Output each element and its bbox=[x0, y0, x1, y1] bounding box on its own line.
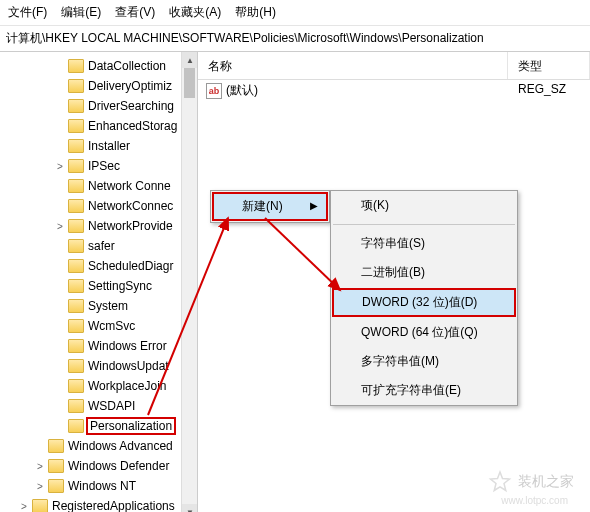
watermark: 装机之家 bbox=[488, 470, 574, 494]
tree-node[interactable]: EnhancedStorag bbox=[4, 116, 197, 136]
tree-node[interactable]: WindowsUpdat bbox=[4, 356, 197, 376]
value-type: REG_SZ bbox=[508, 82, 590, 99]
menu-new[interactable]: 新建(N)▶ bbox=[212, 192, 328, 221]
tree-node[interactable]: NetworkConnec bbox=[4, 196, 197, 216]
tree-label: Windows Advanced bbox=[66, 439, 175, 453]
tree-label: NetworkConnec bbox=[86, 199, 175, 213]
tree-node[interactable]: DeliveryOptimiz bbox=[4, 76, 197, 96]
expand-icon[interactable]: > bbox=[54, 221, 66, 232]
menu-new-string[interactable]: 字符串值(S) bbox=[331, 229, 517, 258]
tree-node[interactable]: Windows Advanced bbox=[4, 436, 197, 456]
tree-label: IPSec bbox=[86, 159, 122, 173]
col-name[interactable]: 名称 bbox=[198, 52, 508, 79]
tree-node[interactable]: >RegisteredApplications bbox=[4, 496, 197, 512]
tree-node[interactable]: SettingSync bbox=[4, 276, 197, 296]
value-name: (默认) bbox=[226, 82, 258, 99]
scroll-thumb[interactable] bbox=[184, 68, 195, 98]
tree-label: WindowsUpdat bbox=[86, 359, 171, 373]
folder-icon bbox=[68, 219, 84, 233]
tree-node[interactable]: ScheduledDiagr bbox=[4, 256, 197, 276]
folder-icon bbox=[68, 319, 84, 333]
context-menu-new: 项(K) 字符串值(S) 二进制值(B) DWORD (32 位)值(D) QW… bbox=[330, 190, 518, 406]
submenu-arrow-icon: ▶ bbox=[310, 200, 318, 211]
folder-icon bbox=[68, 119, 84, 133]
folder-icon bbox=[68, 179, 84, 193]
menu-new-binary[interactable]: 二进制值(B) bbox=[331, 258, 517, 287]
tree-label: WcmSvc bbox=[86, 319, 137, 333]
tree-node[interactable]: WorkplaceJoin bbox=[4, 376, 197, 396]
tree-label: WSDAPI bbox=[86, 399, 137, 413]
folder-icon bbox=[48, 439, 64, 453]
tree-label: Personalization bbox=[86, 417, 176, 435]
context-menu-empty: 新建(N)▶ bbox=[210, 190, 330, 223]
tree-scrollbar[interactable]: ▲ ▼ bbox=[181, 52, 197, 512]
tree-node[interactable]: System bbox=[4, 296, 197, 316]
menu-edit[interactable]: 编辑(E) bbox=[61, 4, 101, 21]
tree-label: WorkplaceJoin bbox=[86, 379, 168, 393]
tree-label: DeliveryOptimiz bbox=[86, 79, 174, 93]
tree-node[interactable]: Network Conne bbox=[4, 176, 197, 196]
menu-view[interactable]: 查看(V) bbox=[115, 4, 155, 21]
folder-icon bbox=[68, 159, 84, 173]
tree-label: ScheduledDiagr bbox=[86, 259, 175, 273]
folder-icon bbox=[68, 259, 84, 273]
folder-icon bbox=[68, 379, 84, 393]
tree-node[interactable]: Installer bbox=[4, 136, 197, 156]
tree-node[interactable]: >Windows Defender bbox=[4, 456, 197, 476]
menu-new-expandstring[interactable]: 可扩充字符串值(E) bbox=[331, 376, 517, 405]
tree-label: Windows Error bbox=[86, 339, 169, 353]
expand-icon[interactable]: > bbox=[18, 501, 30, 512]
tree-node[interactable]: >Windows NT bbox=[4, 476, 197, 496]
tree-node[interactable]: WSDAPI bbox=[4, 396, 197, 416]
tree-label: Windows Defender bbox=[66, 459, 171, 473]
menu-favorites[interactable]: 收藏夹(A) bbox=[169, 4, 221, 21]
menu-new-multistring[interactable]: 多字符串值(M) bbox=[331, 347, 517, 376]
scroll-up-icon[interactable]: ▲ bbox=[182, 52, 198, 68]
folder-icon bbox=[68, 199, 84, 213]
menu-help[interactable]: 帮助(H) bbox=[235, 4, 276, 21]
tree-node[interactable]: >IPSec bbox=[4, 156, 197, 176]
address-bar[interactable]: 计算机\HKEY LOCAL MACHINE\SOFTWARE\Policies… bbox=[0, 26, 590, 52]
tree-label: DataCollection bbox=[86, 59, 168, 73]
col-type[interactable]: 类型 bbox=[508, 52, 590, 79]
tree-node[interactable]: WcmSvc bbox=[4, 316, 197, 336]
menu-bar: 文件(F) 编辑(E) 查看(V) 收藏夹(A) 帮助(H) bbox=[0, 0, 590, 26]
menu-new-qword64[interactable]: QWORD (64 位)值(Q) bbox=[331, 318, 517, 347]
tree-label: SettingSync bbox=[86, 279, 154, 293]
folder-icon bbox=[68, 79, 84, 93]
folder-icon bbox=[32, 499, 48, 512]
tree-node[interactable]: DriverSearching bbox=[4, 96, 197, 116]
list-row[interactable]: ab (默认) REG_SZ bbox=[198, 80, 590, 101]
scroll-down-icon[interactable]: ▼ bbox=[182, 504, 198, 512]
tree-node[interactable]: Personalization bbox=[4, 416, 197, 436]
folder-icon bbox=[68, 139, 84, 153]
tree-node[interactable]: safer bbox=[4, 236, 197, 256]
folder-icon bbox=[48, 479, 64, 493]
tree-node[interactable]: >NetworkProvide bbox=[4, 216, 197, 236]
tree-pane: DataCollectionDeliveryOptimizDriverSearc… bbox=[0, 52, 198, 512]
tree-label: RegisteredApplications bbox=[50, 499, 177, 512]
folder-icon bbox=[68, 339, 84, 353]
menu-new-dword32[interactable]: DWORD (32 位)值(D) bbox=[332, 288, 516, 317]
tree-label: NetworkProvide bbox=[86, 219, 175, 233]
folder-icon bbox=[48, 459, 64, 473]
tree-label: safer bbox=[86, 239, 117, 253]
tree-label: Installer bbox=[86, 139, 132, 153]
star-icon bbox=[488, 470, 512, 494]
folder-icon bbox=[68, 419, 84, 433]
expand-icon[interactable]: > bbox=[34, 461, 46, 472]
tree-label: DriverSearching bbox=[86, 99, 176, 113]
folder-icon bbox=[68, 399, 84, 413]
folder-icon bbox=[68, 359, 84, 373]
menu-file[interactable]: 文件(F) bbox=[8, 4, 47, 21]
tree-node[interactable]: Windows Error bbox=[4, 336, 197, 356]
menu-new-key[interactable]: 项(K) bbox=[331, 191, 517, 220]
tree-label: Network Conne bbox=[86, 179, 173, 193]
folder-icon bbox=[68, 59, 84, 73]
folder-icon bbox=[68, 99, 84, 113]
expand-icon[interactable]: > bbox=[54, 161, 66, 172]
tree-node[interactable]: DataCollection bbox=[4, 56, 197, 76]
expand-icon[interactable]: > bbox=[34, 481, 46, 492]
string-value-icon: ab bbox=[206, 83, 222, 99]
tree-label: System bbox=[86, 299, 130, 313]
